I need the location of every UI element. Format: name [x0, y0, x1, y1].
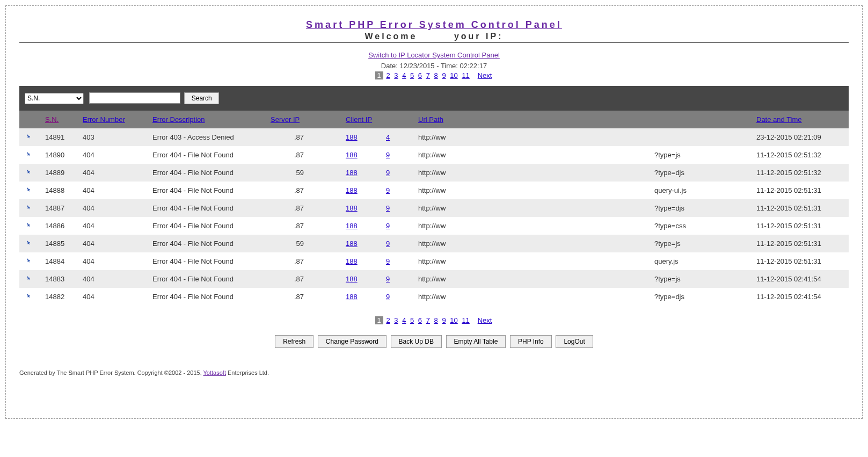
table-row: 14885404Error 404 - File Not Found591889…: [19, 235, 849, 252]
error-table: S.N. Error Number Error Description Serv…: [19, 111, 849, 306]
pager-page-5[interactable]: 5: [410, 71, 414, 79]
refresh-button[interactable]: Refresh: [275, 335, 313, 348]
pin-icon[interactable]: [24, 168, 34, 178]
cell-url2: ?type=js: [650, 146, 752, 164]
pager-page-7[interactable]: 7: [426, 316, 430, 324]
pager-page-9[interactable]: 9: [442, 71, 446, 79]
cell-clientip-link[interactable]: 188: [346, 293, 358, 301]
pager-next-bottom[interactable]: Next: [478, 316, 492, 324]
col-errdesc-link[interactable]: Error Description: [152, 115, 205, 124]
php-info-button[interactable]: PHP Info: [510, 335, 552, 348]
cell-clientip2-link[interactable]: 9: [386, 186, 390, 194]
pager-page-11[interactable]: 11: [462, 316, 469, 324]
pin-icon[interactable]: [24, 274, 34, 284]
pager-page-8[interactable]: 8: [434, 316, 438, 324]
pin-icon[interactable]: [24, 221, 34, 231]
pin-icon[interactable]: [24, 238, 34, 249]
table-body: 14891403Error 403 - Access Denied.871884…: [19, 128, 849, 306]
cell-datetime: 11-12-2015 02:51:31: [752, 235, 849, 252]
cell-url2: ?type=djs: [650, 164, 752, 182]
search-input[interactable]: [89, 92, 180, 104]
cell-sn: 14886: [41, 217, 78, 235]
cell-clientip2-link[interactable]: 9: [386, 275, 390, 283]
cell-url2: [650, 128, 752, 146]
cell-clientip2-link[interactable]: 9: [386, 204, 390, 212]
pager-page-6[interactable]: 6: [418, 316, 422, 324]
cell-clientip-link[interactable]: 188: [346, 257, 358, 265]
your-ip-label: your IP:: [454, 32, 504, 41]
cell-sn: 14884: [41, 252, 78, 270]
pager-page-10[interactable]: 10: [450, 71, 457, 79]
cell-clientip2-link[interactable]: 9: [386, 240, 390, 248]
pager-page-4[interactable]: 4: [402, 316, 406, 324]
logout-button[interactable]: LogOut: [556, 335, 593, 348]
change-password-button[interactable]: Change Password: [318, 335, 386, 348]
cell-clientip2-link[interactable]: 9: [386, 151, 390, 159]
cell-clientip-link[interactable]: 188: [346, 186, 358, 194]
pin-icon[interactable]: [24, 256, 34, 266]
footer-link[interactable]: Yottasoft: [203, 369, 226, 376]
pager-top: 1 2 3 4 5 6 7 8 9 10 11 Next: [19, 71, 849, 79]
cell-clientip-link[interactable]: 188: [346, 204, 358, 212]
col-urlpath-link[interactable]: Url Path: [418, 115, 443, 124]
cell-url: http://ww: [414, 199, 650, 217]
empty-table-button[interactable]: Empty All Table: [446, 335, 506, 348]
col-clientip-link[interactable]: Client IP: [346, 115, 372, 124]
cell-url: http://ww: [414, 235, 650, 252]
cell-errdesc: Error 404 - File Not Found: [148, 288, 266, 306]
cell-clientip-link[interactable]: 188: [346, 275, 358, 283]
search-field-select[interactable]: S.N.: [25, 93, 84, 104]
pager-page-2[interactable]: 2: [386, 316, 390, 324]
page-title: Smart PHP Error System Control Panel: [19, 19, 849, 31]
pin-icon[interactable]: [24, 185, 34, 195]
search-bar: S.N. Search: [19, 86, 849, 111]
pin-icon[interactable]: [24, 132, 34, 142]
search-button[interactable]: Search: [184, 92, 219, 104]
pager-next[interactable]: Next: [478, 71, 492, 79]
cell-errdesc: Error 404 - File Not Found: [148, 164, 266, 182]
table-row: 14883404Error 404 - File Not Found.87188…: [19, 270, 849, 288]
pin-icon[interactable]: [24, 203, 34, 213]
pager-page-9[interactable]: 9: [442, 316, 446, 324]
pin-icon[interactable]: [24, 150, 34, 160]
cell-clientip2-link[interactable]: 4: [386, 133, 390, 141]
switch-panel-link[interactable]: Switch to IP Locator System Control Pane…: [368, 51, 500, 59]
col-sn-link[interactable]: S.N.: [45, 115, 59, 124]
cell-clientip2-link[interactable]: 9: [386, 293, 390, 301]
col-serverip-link[interactable]: Server IP: [271, 115, 300, 124]
cell-clientip-link[interactable]: 188: [346, 240, 358, 248]
cell-clientip-link[interactable]: 188: [346, 222, 358, 230]
pager-page-4[interactable]: 4: [402, 71, 406, 79]
pager-page-2[interactable]: 2: [386, 71, 390, 79]
cell-clientip2-link[interactable]: 9: [386, 257, 390, 265]
cell-errdesc: Error 404 - File Not Found: [148, 182, 266, 199]
pager-page-6[interactable]: 6: [418, 71, 422, 79]
pager-page-11[interactable]: 11: [462, 71, 469, 79]
cell-datetime: 11-12-2015 02:51:32: [752, 146, 849, 164]
pager-page-8[interactable]: 8: [434, 71, 438, 79]
cell-serverip: .87: [266, 252, 341, 270]
cell-errnum: 404: [78, 270, 148, 288]
col-datetime-link[interactable]: Date and Time: [756, 115, 802, 124]
cell-clientip2-link[interactable]: 9: [386, 169, 390, 177]
col-errnum-link[interactable]: Error Number: [83, 115, 125, 124]
table-row: 14884404Error 404 - File Not Found.87188…: [19, 252, 849, 270]
pin-icon[interactable]: [24, 292, 34, 302]
cell-clientip-link[interactable]: 188: [346, 169, 358, 177]
cell-clientip-link[interactable]: 188: [346, 151, 358, 159]
cell-errnum: 404: [78, 252, 148, 270]
pager-page-3[interactable]: 3: [394, 71, 398, 79]
pager-page-5[interactable]: 5: [410, 316, 414, 324]
cell-datetime: 11-12-2015 02:41:54: [752, 288, 849, 306]
cell-datetime: 11-12-2015 02:41:54: [752, 270, 849, 288]
backup-db-button[interactable]: Back Up DB: [391, 335, 442, 348]
cell-clientip-link[interactable]: 188: [346, 133, 358, 141]
table-row: 14891403Error 403 - Access Denied.871884…: [19, 128, 849, 146]
table-row: 14888404Error 404 - File Not Found.87188…: [19, 182, 849, 199]
cell-url2: ?type=css: [650, 217, 752, 235]
cell-sn: 14888: [41, 182, 78, 199]
pager-page-7[interactable]: 7: [426, 71, 430, 79]
cell-clientip2-link[interactable]: 9: [386, 222, 390, 230]
pager-page-3[interactable]: 3: [394, 316, 398, 324]
pager-page-10[interactable]: 10: [450, 316, 457, 324]
